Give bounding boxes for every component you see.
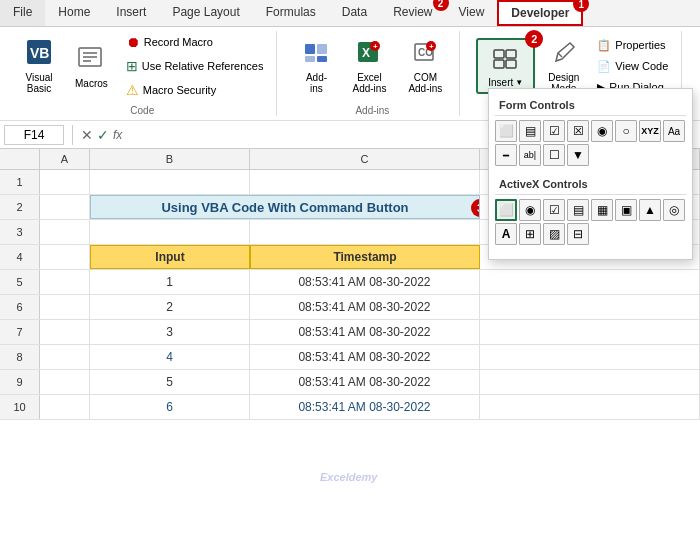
form-ctrl-6[interactable]: ○	[615, 120, 637, 142]
cell-b9[interactable]: 5	[90, 370, 250, 394]
view-code-icon: 📄	[597, 60, 611, 73]
form-ctrl-11[interactable]: ☐	[543, 144, 565, 166]
cell-a7[interactable]	[40, 320, 90, 344]
tab-insert[interactable]: Insert	[103, 0, 159, 26]
cell-c6[interactable]: 08:53:41 AM 08-30-2022	[250, 295, 480, 319]
watermark: Exceldemy	[320, 471, 377, 483]
cell-a9[interactable]	[40, 370, 90, 394]
tab-data[interactable]: Data	[329, 0, 380, 26]
view-code-button[interactable]: 📄 View Code	[592, 57, 673, 76]
form-ctrl-4[interactable]: ☒	[567, 120, 589, 142]
cell-a3[interactable]	[40, 220, 90, 244]
activex-ctrl-7[interactable]: ▲	[639, 199, 661, 221]
title-cell[interactable]: Using VBA Code With Command Button 3	[90, 195, 480, 219]
activex-ctrl-12[interactable]: ⊟	[567, 223, 589, 245]
cell-b4-header[interactable]: Input	[90, 245, 250, 269]
record-macro-button[interactable]: ⏺ Record Macro	[121, 31, 269, 53]
cell-a5[interactable]	[40, 270, 90, 294]
tab-developer[interactable]: Developer 1	[497, 0, 583, 26]
cell-reference[interactable]: F14	[4, 125, 64, 145]
cell-a1[interactable]	[40, 170, 90, 194]
svg-rect-20	[506, 50, 516, 58]
activex-ctrl-11[interactable]: ▨	[543, 223, 565, 245]
form-ctrl-1[interactable]: ⬜	[495, 120, 517, 142]
add-ins-icon	[302, 38, 330, 70]
tab-review[interactable]: Review 2	[380, 0, 445, 26]
excel-add-ins-button[interactable]: X + ExcelAdd-ins	[343, 33, 395, 99]
activex-ctrl-10[interactable]: ⊞	[519, 223, 541, 245]
cell-b5[interactable]: 1	[90, 270, 250, 294]
cell-c10[interactable]: 08:53:41 AM 08-30-2022	[250, 395, 480, 419]
cell-b7[interactable]: 3	[90, 320, 250, 344]
cell-f5[interactable]	[480, 270, 700, 294]
confirm-formula-icon[interactable]: ✓	[97, 127, 109, 143]
visual-basic-button[interactable]: VB VisualBasic	[16, 33, 62, 99]
activex-ctrl-6[interactable]: ▣	[615, 199, 637, 221]
cell-a4[interactable]	[40, 245, 90, 269]
form-ctrl-9[interactable]: ━	[495, 144, 517, 166]
insert-label: Insert ▼	[488, 77, 523, 88]
table-row: 9 5 08:53:41 AM 08-30-2022	[0, 370, 700, 395]
table-row: 10 6 08:53:41 AM 08-30-2022	[0, 395, 700, 420]
cell-a6[interactable]	[40, 295, 90, 319]
cell-f6[interactable]	[480, 295, 700, 319]
activex-ctrl-4[interactable]: ▤	[567, 199, 589, 221]
cell-a2[interactable]	[40, 195, 90, 219]
cell-b8[interactable]: 4	[90, 345, 250, 369]
form-ctrl-8[interactable]: Aa	[663, 120, 685, 142]
insert-function-icon[interactable]: fx	[113, 128, 122, 142]
use-relative-button[interactable]: ⊞ Use Relative References	[121, 55, 269, 77]
cell-a8[interactable]	[40, 345, 90, 369]
tab-view[interactable]: View	[446, 0, 498, 26]
table-row: 6 2 08:53:41 AM 08-30-2022	[0, 295, 700, 320]
cell-c9[interactable]: 08:53:41 AM 08-30-2022	[250, 370, 480, 394]
form-ctrl-5[interactable]: ◉	[591, 120, 613, 142]
cell-a10[interactable]	[40, 395, 90, 419]
macro-security-button[interactable]: ⚠ Macro Security	[121, 79, 269, 101]
cell-f8[interactable]	[480, 345, 700, 369]
activex-ctrl-1[interactable]: ⬜	[495, 199, 517, 221]
activex-ctrl-2[interactable]: ◉	[519, 199, 541, 221]
col-header-b[interactable]: B	[90, 149, 250, 169]
cell-f10[interactable]	[480, 395, 700, 419]
tab-page-layout[interactable]: Page Layout	[159, 0, 252, 26]
activex-ctrl-5[interactable]: ▦	[591, 199, 613, 221]
cell-b10[interactable]: 6	[90, 395, 250, 419]
cell-b6[interactable]: 2	[90, 295, 250, 319]
cell-c3[interactable]	[250, 220, 480, 244]
cancel-formula-icon[interactable]: ✕	[81, 127, 93, 143]
developer-badge: 1	[573, 0, 589, 12]
insert-icon	[492, 44, 520, 75]
tab-formulas[interactable]: Formulas	[253, 0, 329, 26]
form-ctrl-12[interactable]: ▼	[567, 144, 589, 166]
activex-controls-title: ActiveX Controls	[495, 174, 686, 195]
form-ctrl-7[interactable]: XYZ	[639, 120, 661, 142]
cell-c7[interactable]: 08:53:41 AM 08-30-2022	[250, 320, 480, 344]
form-ctrl-10[interactable]: ab|	[519, 144, 541, 166]
properties-button[interactable]: 📋 Properties	[592, 36, 673, 55]
cell-f7[interactable]	[480, 320, 700, 344]
form-ctrl-2[interactable]: ▤	[519, 120, 541, 142]
tab-file[interactable]: File	[0, 0, 45, 26]
cell-b3[interactable]	[90, 220, 250, 244]
macros-button[interactable]: Macros	[66, 39, 117, 94]
com-add-ins-button[interactable]: CO + COMAdd-ins	[399, 33, 451, 99]
form-ctrl-3[interactable]: ☑	[543, 120, 565, 142]
cell-f9[interactable]	[480, 370, 700, 394]
svg-rect-21	[506, 60, 516, 68]
insert-button[interactable]: Insert ▼	[476, 38, 535, 94]
row-num-8: 8	[0, 345, 40, 369]
activex-ctrl-9[interactable]: A	[495, 223, 517, 245]
activex-ctrl-3[interactable]: ☑	[543, 199, 565, 221]
col-header-c[interactable]: C	[250, 149, 480, 169]
cell-c4-header[interactable]: Timestamp	[250, 245, 480, 269]
add-ins-button[interactable]: Add-ins	[293, 33, 339, 99]
activex-ctrl-8[interactable]: ◎	[663, 199, 685, 221]
col-header-a[interactable]: A	[40, 149, 90, 169]
cell-b1[interactable]	[90, 170, 250, 194]
cell-c8[interactable]: 08:53:41 AM 08-30-2022	[250, 345, 480, 369]
cell-c1[interactable]	[250, 170, 480, 194]
tab-home[interactable]: Home	[45, 0, 103, 26]
addins-group-label: Add-ins	[355, 101, 389, 116]
cell-c5[interactable]: 08:53:41 AM 08-30-2022	[250, 270, 480, 294]
